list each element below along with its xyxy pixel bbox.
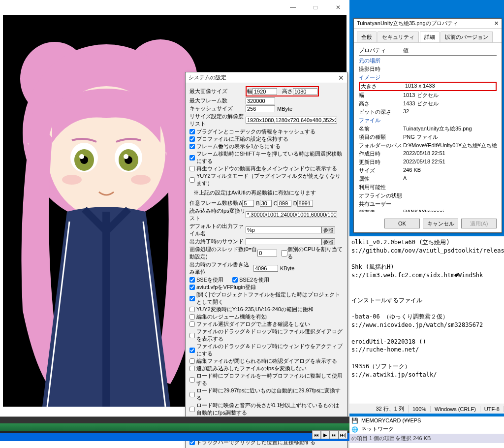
svg-point-12 <box>124 154 128 159</box>
cache-input[interactable] <box>246 105 275 112</box>
frame-move-label: 任意フレーム数移動 <box>189 199 239 207</box>
check2-label-1: [開く]でプロジェクトファイルを指定した時はプロジェクトとして開く <box>196 291 343 306</box>
check2-8[interactable] <box>189 366 195 371</box>
check1-label-0: プラグインとコーデックの情報をキャッシュする <box>196 128 315 135</box>
check1-3[interactable] <box>189 155 195 160</box>
group-image: イメージ <box>359 74 403 81</box>
props-tab-1[interactable]: セキュリティ <box>378 32 419 42</box>
explorer-item-network[interactable]: 🌐 ネットワーク <box>349 424 504 434</box>
row-size-value: 1013 x 1433 <box>405 83 495 90</box>
props-apply-button[interactable]: 適用(A) <box>461 219 497 228</box>
sound-label: 出力終了時のサウンド <box>189 238 246 245</box>
settings-dialog: システムの設定 ✕ 最大画像サイズ 幅 高さ 最大フレーム数 キャッシュサイズ … <box>185 72 347 448</box>
check1-label-4: 再生ウィンドウの動画再生をメインウィンドウに表示する <box>196 165 337 172</box>
default-out-input[interactable] <box>246 226 321 233</box>
sse-check[interactable] <box>189 277 195 283</box>
ref-button-2[interactable]: 参照 <box>321 238 335 245</box>
props-tab-2[interactable]: 詳細 <box>420 32 440 42</box>
properties-dialog: TuinatyanUnity立ち絵35.pngのプロパティ ✕ 全般セキュリティ… <box>353 18 502 233</box>
close-button[interactable]: ✕ <box>327 0 349 15</box>
sound-input[interactable] <box>246 238 321 245</box>
status-position: 32 行、1 列 <box>372 405 408 413</box>
threads-input[interactable] <box>257 250 277 256</box>
check2-4[interactable] <box>189 321 195 327</box>
resize-label: リサイズ設定の解像度リスト <box>189 113 246 128</box>
check2-2[interactable] <box>189 307 195 312</box>
check1-0[interactable] <box>189 129 195 134</box>
tc-play-button[interactable]: ▶ <box>321 430 330 439</box>
frame-d-input[interactable] <box>297 200 313 207</box>
svg-point-13 <box>62 175 82 185</box>
props-tab-0[interactable]: 全般 <box>357 32 377 42</box>
check2-7[interactable] <box>189 358 195 364</box>
write-unit-unit: KByte <box>280 265 294 271</box>
text-editor-content[interactable]: olkit_v0.2.0beta60 (立ち絵用) s://github.com… <box>349 236 504 404</box>
check2-label-3: 編集のレジューム機能を有効 <box>196 313 267 320</box>
check2-5[interactable] <box>189 333 195 338</box>
default-out-label: デフォルトの出力ファイル名 <box>189 223 246 237</box>
explorer-statusbar: の項目 1 個の項目を選択 246 KB <box>349 434 504 443</box>
frame-b-input[interactable] <box>260 200 272 207</box>
image-size-highlight: 幅 高さ <box>246 86 319 96</box>
check1-label-3: フレーム移動時にSHIFTキーを押している時は範囲選択移動にする <box>196 150 343 165</box>
settings-close-button[interactable]: ✕ <box>338 74 344 82</box>
check2-label-10: ロード時に29.97fpsに近いものは自動的に29.97fpsに変換する <box>196 387 343 402</box>
tc-end-button[interactable]: ⏭| <box>339 430 347 439</box>
minimize-button[interactable]: — <box>282 0 304 15</box>
props-tab-3[interactable]: 以前のバージョン <box>441 32 493 42</box>
svg-rect-15 <box>102 212 110 407</box>
check1-4[interactable] <box>189 166 195 171</box>
row-size-label: 大きさ <box>361 83 405 90</box>
check1-label-5: YUY2フィルタモード（プラグインフィルタが使えなくなります） <box>196 172 343 187</box>
height-input[interactable] <box>293 88 317 95</box>
threads-label: 画像処理のスレッド数(0=自動設定) <box>189 246 257 260</box>
tc-prev-button[interactable]: ⏮ <box>312 430 321 439</box>
max-image-label: 最大画像サイズ <box>189 88 246 95</box>
check2-0[interactable] <box>189 285 195 290</box>
width-input[interactable] <box>252 88 277 95</box>
check2-1[interactable] <box>189 296 195 301</box>
check2-6[interactable] <box>189 348 195 353</box>
status-zoom: 100% <box>409 406 431 412</box>
check2-label-0: aviutl.vfpをVFPlugin登録 <box>196 284 256 291</box>
cpu-per-check[interactable] <box>281 250 287 256</box>
frame-c-input[interactable] <box>278 200 291 207</box>
check2-9[interactable] <box>189 377 195 383</box>
check2-label-2: YUY2変換時にY:16-235,UV:16-240の範囲に飽和 <box>196 306 314 313</box>
maximize-button[interactable]: □ <box>304 0 327 15</box>
network-icon: 🌐 <box>351 426 359 432</box>
width-label: 幅 <box>247 88 252 95</box>
props-cancel-button[interactable]: キャンセル <box>423 219 458 228</box>
sse2-check[interactable] <box>232 277 238 283</box>
ref-button-1[interactable]: 参照 <box>321 226 335 233</box>
max-frames-label: 最大フレーム数 <box>189 97 246 104</box>
row-shot-date: 撮影日時 <box>359 65 403 73</box>
cache-unit: MByte <box>277 106 292 112</box>
frame-a-input[interactable] <box>242 200 254 207</box>
props-close-button[interactable]: ✕ <box>494 20 499 27</box>
props-header-value: 値 <box>403 47 497 54</box>
group-origin: 元の場所 <box>359 57 403 64</box>
check1-1[interactable] <box>189 136 195 142</box>
check1-5[interactable] <box>189 177 195 183</box>
props-ok-button[interactable]: OK <box>384 219 420 228</box>
check2-11[interactable] <box>189 407 195 412</box>
sse-label: SSEを使用 <box>196 276 223 284</box>
explorer-panel: 💾 MEMORYCARD (¥¥EPS 🌐 ネットワーク の項目 1 個の項目を… <box>349 416 504 448</box>
aviutl-titlebar: — □ ✕ <box>0 0 349 15</box>
props-header-property: プロパティ <box>359 47 403 54</box>
max-frames-input[interactable] <box>246 97 275 104</box>
check2-label-9: ロード時にプロファイルを一時プロファイルに複製して使用する <box>196 372 343 387</box>
svg-point-11 <box>79 154 84 159</box>
tc-next-button[interactable]: ⏭ <box>330 430 339 439</box>
fps-list-input[interactable] <box>246 211 337 218</box>
settings-note: ※上記の設定はAviUtlの再起動後に有効になります <box>193 189 343 196</box>
check1-2[interactable] <box>189 144 195 149</box>
explorer-item-memorycard[interactable]: 💾 MEMORYCARD (¥¥EPS <box>349 416 504 424</box>
check2-3[interactable] <box>189 314 195 320</box>
check2-label-7: 編集ファイルが閉じられる時に確認ダイアログを表示する <box>196 357 337 365</box>
resize-input[interactable] <box>246 117 337 124</box>
check1-label-1: プロファイルに圧縮の設定を保持する <box>196 135 288 143</box>
write-unit-input[interactable] <box>253 265 278 272</box>
check2-10[interactable] <box>189 392 195 397</box>
